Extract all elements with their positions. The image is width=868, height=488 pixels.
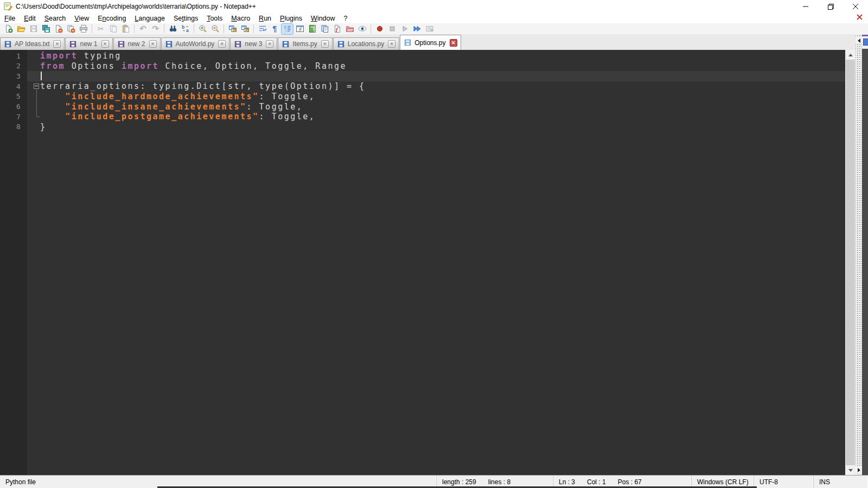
sync-horizontal-scroll-button[interactable] bbox=[239, 24, 251, 34]
code-line-6[interactable]: 6 "include_insane_achievements": Toggle, bbox=[0, 101, 845, 112]
scroll-up-arrow-icon[interactable] bbox=[845, 50, 856, 60]
line-number: 8 bbox=[0, 123, 27, 131]
code-line-3[interactable]: 3 bbox=[0, 71, 845, 81]
tab-close-icon[interactable]: ✕ bbox=[53, 40, 61, 48]
tab-close-icon[interactable]: ✕ bbox=[101, 40, 109, 48]
find-button[interactable] bbox=[167, 24, 178, 34]
print-button[interactable] bbox=[78, 24, 89, 34]
new-file-button[interactable] bbox=[3, 24, 14, 34]
paste-button[interactable] bbox=[120, 24, 131, 34]
code-line-5[interactable]: 5 "include_hardmode_achievements": Toggl… bbox=[0, 92, 845, 102]
zoom-in-button[interactable] bbox=[197, 24, 208, 34]
tab-label: Locations.py bbox=[348, 40, 384, 48]
show-indent-guide-icon bbox=[283, 24, 292, 33]
lines-label: lines : 8 bbox=[488, 478, 510, 486]
save-all-button[interactable] bbox=[40, 24, 52, 34]
fold-collapse-icon[interactable] bbox=[27, 81, 40, 92]
user-defined-language-button[interactable] bbox=[294, 24, 305, 34]
minimize-button[interactable] bbox=[793, 0, 818, 13]
tab-items.py[interactable]: Items.py✕ bbox=[278, 37, 332, 50]
menu-item-language[interactable]: Language bbox=[130, 14, 169, 23]
status-insert-mode[interactable]: INS bbox=[814, 476, 868, 488]
tab-new-1[interactable]: new 1✕ bbox=[65, 37, 112, 50]
vertical-scrollbar[interactable] bbox=[845, 50, 856, 475]
macro-save-button[interactable] bbox=[424, 24, 435, 34]
scrollbar-thumb[interactable] bbox=[846, 60, 855, 465]
menu-item-plugins[interactable]: Plugins bbox=[276, 14, 307, 23]
tab-close-icon[interactable]: ✕ bbox=[218, 40, 226, 48]
editor-text-area[interactable]: 1import typing2from Options import Choic… bbox=[0, 50, 845, 475]
view-splitter-handle[interactable] bbox=[856, 35, 862, 475]
menu-item-window[interactable]: Window bbox=[307, 14, 339, 23]
tab-close-icon[interactable]: ✕ bbox=[149, 40, 157, 48]
menu-item-settings[interactable]: Settings bbox=[169, 14, 202, 23]
tab-options.py[interactable]: Options.py✕ bbox=[400, 35, 461, 50]
encoding-label: UTF-8 bbox=[760, 478, 778, 486]
close-file-button[interactable] bbox=[53, 24, 64, 34]
tab-close-icon[interactable]: ✕ bbox=[450, 39, 457, 47]
tab-label: Options.py bbox=[414, 39, 445, 47]
macro-stop-button[interactable] bbox=[386, 24, 398, 34]
close-all-button[interactable] bbox=[65, 24, 76, 34]
code-line-1[interactable]: 1import typing bbox=[0, 51, 845, 61]
function-list-button[interactable]: f bbox=[331, 24, 343, 34]
document-map-button[interactable] bbox=[307, 24, 318, 34]
cut-button[interactable]: ✂ bbox=[95, 24, 106, 34]
tab-ap-ideas.txt[interactable]: AP Ideas.txt✕ bbox=[0, 37, 65, 50]
code-line-2[interactable]: 2from Options import Choice, Option, Tog… bbox=[0, 61, 845, 72]
eol-label: Windows (CR LF) bbox=[697, 478, 749, 486]
scroll-down-arrow-icon[interactable] bbox=[845, 465, 856, 475]
menu-item-[interactable]: ? bbox=[340, 14, 352, 23]
document-list-button[interactable] bbox=[319, 24, 330, 34]
tab-autoworld.py[interactable]: AutoWorld.py✕ bbox=[161, 37, 230, 50]
word-wrap-button[interactable] bbox=[257, 24, 268, 34]
tab-close-icon[interactable]: ✕ bbox=[388, 40, 395, 48]
save-file-button[interactable] bbox=[28, 24, 39, 34]
macro-play-button[interactable] bbox=[399, 24, 410, 34]
show-all-characters-button[interactable]: ¶ bbox=[269, 24, 280, 34]
code-line-4[interactable]: 4terraria_options: typing.Dict[str, type… bbox=[0, 81, 845, 92]
close-all-icon bbox=[67, 24, 75, 33]
monitoring-button[interactable] bbox=[356, 24, 368, 34]
sync-vertical-scroll-button[interactable] bbox=[227, 24, 238, 34]
toolbar-separator bbox=[371, 24, 371, 33]
macro-run-multiple-button[interactable] bbox=[411, 24, 423, 34]
fold-margin bbox=[27, 71, 40, 81]
sync-horizontal-scroll-icon bbox=[241, 24, 250, 33]
tab-close-icon[interactable]: ✕ bbox=[321, 40, 329, 48]
replace-button[interactable]: ba bbox=[180, 24, 191, 34]
open-file-icon bbox=[17, 24, 25, 33]
status-encoding[interactable]: UTF-8 bbox=[754, 476, 814, 488]
tab-scroll-left-icon[interactable] bbox=[856, 37, 862, 44]
tab-label: new 1 bbox=[80, 40, 97, 48]
copy-button[interactable] bbox=[107, 24, 119, 34]
menu-item-tools[interactable]: Tools bbox=[202, 14, 227, 23]
folder-as-workspace-button[interactable] bbox=[344, 24, 355, 34]
tab-locations.py[interactable]: Locations.py✕ bbox=[333, 37, 399, 50]
tab-new-3[interactable]: new 3✕ bbox=[230, 37, 277, 50]
zoom-out-button[interactable] bbox=[209, 24, 221, 34]
close-button[interactable] bbox=[843, 0, 868, 13]
show-indent-guide-button[interactable] bbox=[282, 24, 293, 34]
second-view-tab[interactable] bbox=[862, 35, 868, 49]
code-line-8[interactable]: 8} bbox=[0, 121, 845, 132]
floppy-icon bbox=[282, 40, 290, 48]
code-line-7[interactable]: 7 "include_postgame_achievements": Toggl… bbox=[0, 112, 845, 122]
menu-item-file[interactable]: File bbox=[0, 14, 20, 23]
menu-item-view[interactable]: View bbox=[70, 14, 93, 23]
second-view-sliver bbox=[862, 35, 868, 475]
scroll-right-arrow-icon[interactable] bbox=[856, 466, 862, 474]
tab-new-2[interactable]: new 2✕ bbox=[113, 37, 161, 50]
menu-item-encoding[interactable]: Encoding bbox=[93, 14, 130, 23]
macro-record-button[interactable] bbox=[374, 24, 385, 34]
menu-item-search[interactable]: Search bbox=[40, 14, 71, 23]
close-document-icon[interactable] bbox=[856, 14, 864, 21]
tab-close-icon[interactable]: ✕ bbox=[266, 40, 273, 48]
menu-item-macro[interactable]: Macro bbox=[227, 14, 254, 23]
redo-button[interactable]: ↷ bbox=[150, 24, 161, 34]
open-file-button[interactable] bbox=[15, 24, 27, 34]
menu-item-edit[interactable]: Edit bbox=[20, 14, 40, 23]
menu-item-run[interactable]: Run bbox=[254, 14, 276, 23]
undo-button[interactable]: ↶ bbox=[137, 24, 149, 34]
maximize-button[interactable] bbox=[818, 0, 843, 13]
